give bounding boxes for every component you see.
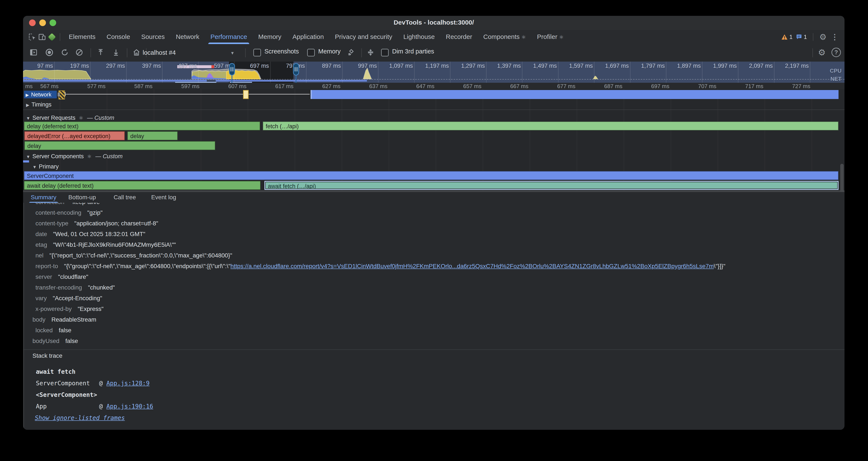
custom-track-suffix: — Custom	[95, 153, 123, 160]
toggle-sidebar-button[interactable]	[28, 47, 39, 58]
ruler-label: 627 ms	[306, 83, 340, 89]
tab-call-tree[interactable]: Call tree	[114, 192, 136, 203]
collapse-tracks-button[interactable]	[365, 47, 376, 58]
help-button[interactable]: ?	[830, 47, 842, 58]
ruler-label: 667 ms	[494, 83, 528, 89]
upload-icon	[97, 49, 104, 56]
divider	[60, 33, 60, 41]
flame-bar-server-component[interactable]: ServerComponent	[24, 171, 839, 180]
timeline-overview[interactable]: 97 ms197 ms297 ms397 ms497 ms597 ms697 m…	[23, 62, 844, 83]
tab-sources[interactable]: Sources	[140, 30, 165, 44]
gc-button[interactable]	[345, 47, 357, 58]
tab-bottom-up[interactable]: Bottom-up	[68, 192, 96, 203]
collapse-icon	[367, 49, 374, 56]
home-button[interactable]	[131, 47, 142, 58]
tab-network[interactable]: Network	[175, 30, 200, 44]
overview-ruler-label: 1,497 ms	[521, 63, 557, 69]
flame-bar-await-fetch-selected[interactable]: await fetch (…/api)	[265, 181, 839, 190]
tab-application[interactable]: Application	[291, 30, 324, 44]
ruler-label: 677 ms	[541, 83, 576, 89]
flame-bar-delayed-error[interactable]: delayedError (…ayed exception)	[24, 131, 125, 140]
warning-icon[interactable]	[781, 34, 788, 40]
summary-row: bodyReadableStream	[23, 314, 844, 325]
overview-ruler-label: 997 ms	[340, 63, 377, 69]
track-server-requests[interactable]: ▼Server Requests ⚛ — Custom	[26, 115, 114, 121]
devtools-window: DevTools - localhost:3000/ Elements Cons…	[23, 16, 844, 430]
divider	[23, 349, 844, 350]
tab-privacy-and-security[interactable]: Privacy and security	[334, 30, 393, 44]
flame-bar-delay[interactable]: delay	[24, 141, 215, 150]
record-icon	[45, 48, 54, 57]
flame-bar-delay-deferred[interactable]: delay (deferred text)	[24, 121, 260, 131]
screenshots-checkbox[interactable]	[253, 49, 261, 56]
property-key: connection	[35, 203, 64, 205]
target-selector-dropdown[interactable]: localhost #4 ▼	[143, 47, 235, 59]
clear-icon	[75, 49, 83, 56]
ruler-label: 567 ms	[24, 83, 59, 89]
tab-performance[interactable]: Performance	[210, 30, 248, 44]
issue-count: 1	[804, 34, 807, 40]
settings-gear-icon[interactable]: ⚙	[819, 32, 827, 42]
ruler-label: 617 ms	[259, 83, 293, 89]
device-toolbar-icon	[38, 33, 46, 41]
ruler-label: 637 ms	[353, 83, 388, 89]
report-to-url-link[interactable]: https://a.nel.cloudflare.com/report/v4?s…	[230, 263, 714, 269]
tab-recorder[interactable]: Recorder	[445, 30, 473, 44]
tab-lighthouse[interactable]: Lighthouse	[403, 30, 436, 44]
track-network[interactable]: ▶Network	[24, 91, 57, 98]
help-icon: ?	[832, 48, 841, 57]
selection-left-handle[interactable]	[229, 63, 235, 76]
dim-3rd-parties-checkbox[interactable]	[381, 49, 389, 56]
inspect-element-button[interactable]	[27, 32, 37, 42]
ruler-label: 697 ms	[635, 83, 670, 89]
summary-row: bodyUsedfalse	[23, 336, 844, 346]
flame-bar-await-delay[interactable]: await delay (deferred text)	[24, 181, 260, 190]
inspect-icon	[28, 33, 36, 41]
network-request-candle[interactable]	[243, 90, 249, 99]
summary-row: transfer-encoding"chunked"	[23, 282, 844, 293]
divider	[245, 48, 246, 57]
tab-event-log[interactable]: Event log	[151, 192, 176, 203]
flame-bar-delay[interactable]: delay	[127, 131, 178, 140]
titlebar: DevTools - localhost:3000/	[23, 16, 844, 30]
overview-ruler-label: 2,197 ms	[772, 63, 809, 69]
show-ignore-listed-frames-link[interactable]: Show ignore-listed frames	[35, 414, 125, 422]
clear-button[interactable]	[73, 47, 85, 58]
caret-right-icon: ▶	[26, 93, 29, 97]
settings-gear-icon[interactable]: ⚙	[818, 48, 826, 57]
tab-summary[interactable]: Summary	[31, 192, 56, 203]
tab-elements[interactable]: Elements	[68, 30, 96, 44]
tab-profiler[interactable]: Profiler⚛	[536, 30, 564, 44]
ruler-label: 727 ms	[776, 83, 810, 89]
kebab-menu-icon[interactable]: ⋮	[831, 32, 839, 41]
track-timings[interactable]: ▶Timings	[26, 102, 52, 108]
track-server-components[interactable]: ▼Server Components ⚛ — Custom	[26, 153, 123, 160]
selection-right-handle[interactable]	[293, 63, 299, 76]
overview-ruler-label: 97 ms	[23, 63, 53, 69]
issues-icon[interactable]	[796, 34, 802, 40]
flame-vertical-scrollbar[interactable]	[840, 164, 844, 192]
stack-link-app-js-190[interactable]: App.js:190:16	[106, 403, 153, 410]
overview-ruler-label: 1,697 ms	[592, 63, 629, 69]
selection-handle-stem	[296, 75, 297, 83]
network-request-bar[interactable]	[311, 90, 839, 99]
tab-memory[interactable]: Memory	[257, 30, 282, 44]
network-request-whisker	[65, 94, 310, 94]
track-primary[interactable]: ▼Primary	[32, 163, 59, 170]
load-profile-button[interactable]	[95, 47, 106, 58]
main-tab-bar: Elements Console Sources Network Perform…	[23, 30, 844, 45]
property-key: date	[35, 231, 47, 237]
save-profile-button[interactable]	[110, 47, 122, 58]
record-and-reload-button[interactable]	[59, 47, 70, 58]
memory-checkbox[interactable]	[307, 49, 315, 56]
stack-link-app-js-128[interactable]: App.js:128:9	[106, 380, 150, 387]
overview-ruler-label: 497 ms	[161, 63, 197, 69]
flame-bar-fetch-api[interactable]: fetch (…/api)	[263, 121, 839, 131]
tab-console[interactable]: Console	[106, 30, 131, 44]
tab-components[interactable]: Components⚛	[483, 30, 527, 44]
record-button[interactable]	[43, 47, 55, 58]
device-toolbar-button[interactable]	[37, 32, 47, 42]
summary-row: x-powered-by"Express"	[23, 304, 844, 314]
summary-row: etag"W/\"4b1-RjEJloX9kRinu6F0MAZMmy6E5iA…	[23, 239, 844, 250]
window-title: DevTools - localhost:3000/	[23, 19, 844, 26]
